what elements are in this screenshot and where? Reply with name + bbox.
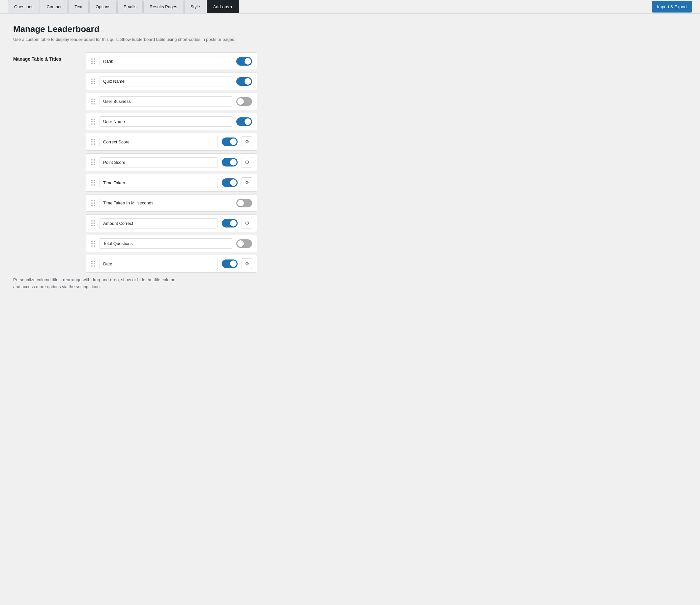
row-input-amount-correct[interactable] bbox=[100, 218, 218, 228]
row-input-point-score[interactable] bbox=[100, 157, 218, 168]
toggle-time-taken[interactable] bbox=[222, 178, 238, 187]
row-input-time-taken-ms[interactable] bbox=[100, 198, 232, 208]
table-row bbox=[86, 194, 257, 212]
toggle-date[interactable] bbox=[222, 260, 238, 268]
drag-handle-icon[interactable] bbox=[91, 179, 96, 186]
toggle-rank[interactable] bbox=[236, 57, 252, 66]
toggle-point-score[interactable] bbox=[222, 158, 238, 167]
tab-style[interactable]: Style bbox=[184, 0, 206, 13]
table-row bbox=[86, 235, 257, 252]
manage-section: Manage Table & Titles ⚙⚙⚙⚙⚙ bbox=[13, 52, 349, 273]
toggle-correct-score[interactable] bbox=[222, 138, 238, 146]
import-export-button[interactable]: Import & Export bbox=[652, 1, 692, 13]
table-row bbox=[86, 73, 257, 90]
gear-button-time-taken[interactable]: ⚙ bbox=[242, 177, 252, 188]
table-row bbox=[86, 113, 257, 130]
toggle-user-business[interactable] bbox=[236, 97, 252, 106]
rows-container: ⚙⚙⚙⚙⚙ bbox=[86, 52, 257, 273]
table-row: ⚙ bbox=[86, 153, 257, 171]
table-row: ⚙ bbox=[86, 255, 257, 273]
tab-questions[interactable]: Questions bbox=[8, 0, 40, 13]
tab-text[interactable]: Text bbox=[68, 0, 89, 13]
drag-handle-icon[interactable] bbox=[91, 78, 96, 85]
tab-bar: QuestionsContactTextOptionsEmailsResults… bbox=[8, 0, 240, 13]
toggle-time-taken-ms[interactable] bbox=[236, 199, 252, 208]
tab-emails[interactable]: Emails bbox=[117, 0, 143, 13]
drag-handle-icon[interactable] bbox=[91, 118, 96, 125]
tab-results-pages[interactable]: Results Pages bbox=[143, 0, 183, 13]
page-title: Manage Leaderboard bbox=[13, 24, 349, 34]
gear-button-correct-score[interactable]: ⚙ bbox=[242, 137, 252, 147]
drag-handle-icon[interactable] bbox=[91, 240, 96, 247]
row-input-time-taken[interactable] bbox=[100, 178, 218, 188]
table-row: ⚙ bbox=[86, 133, 257, 151]
toggle-user-name[interactable] bbox=[236, 117, 252, 126]
top-bar: QuestionsContactTextOptionsEmailsResults… bbox=[0, 0, 700, 14]
main-content: Manage Leaderboard Use a custom table to… bbox=[0, 14, 362, 301]
table-row bbox=[86, 93, 257, 110]
footer-note: Personalize column titles, rearrange wit… bbox=[13, 276, 184, 290]
drag-handle-icon[interactable] bbox=[91, 138, 96, 145]
drag-handle-icon[interactable] bbox=[91, 260, 96, 267]
drag-handle-icon[interactable] bbox=[91, 199, 96, 207]
drag-handle-icon[interactable] bbox=[91, 220, 96, 227]
drag-handle-icon[interactable] bbox=[91, 159, 96, 166]
row-input-correct-score[interactable] bbox=[100, 137, 218, 147]
gear-button-amount-correct[interactable]: ⚙ bbox=[242, 218, 252, 228]
toggle-quiz-name[interactable] bbox=[236, 77, 252, 86]
row-input-quiz-name[interactable] bbox=[100, 76, 232, 87]
table-row bbox=[86, 52, 257, 70]
row-input-user-business[interactable] bbox=[100, 96, 232, 106]
toggle-total-questions[interactable] bbox=[236, 239, 252, 248]
drag-handle-icon[interactable] bbox=[91, 98, 96, 105]
row-input-user-name[interactable] bbox=[100, 116, 232, 127]
tab-contact[interactable]: Contact bbox=[41, 0, 68, 13]
row-input-rank[interactable] bbox=[100, 56, 232, 66]
table-row: ⚙ bbox=[86, 214, 257, 232]
gear-button-point-score[interactable]: ⚙ bbox=[242, 157, 252, 168]
section-label: Manage Table & Titles bbox=[13, 52, 73, 62]
tab-options[interactable]: Options bbox=[89, 0, 117, 13]
page-description: Use a custom table to display leader-boa… bbox=[13, 37, 349, 42]
gear-button-date[interactable]: ⚙ bbox=[242, 259, 252, 269]
drag-handle-icon[interactable] bbox=[91, 58, 96, 65]
row-input-date[interactable] bbox=[100, 259, 218, 269]
tab-add-ons--[interactable]: Add-ons ▾ bbox=[207, 0, 239, 13]
toggle-amount-correct[interactable] bbox=[222, 219, 238, 227]
row-input-total-questions[interactable] bbox=[100, 238, 232, 249]
table-row: ⚙ bbox=[86, 174, 257, 192]
